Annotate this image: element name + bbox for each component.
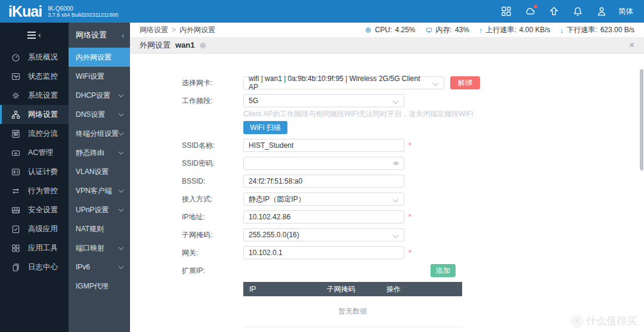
tab-wan1[interactable]: wan1: [175, 41, 195, 49]
cloud-message-icon[interactable]: [524, 5, 536, 17]
sidebar-collapse-toggle[interactable]: ‹: [0, 23, 69, 48]
wan-tab-bar: 外网设置 wan1 ⊕ ×: [130, 37, 644, 54]
breadcrumb-root[interactable]: 网络设置: [140, 26, 168, 34]
sidebar-item-label: 网络设置: [28, 110, 58, 120]
sidebar-item-advanced-apps[interactable]: 高级应用: [0, 219, 69, 238]
ikuai-admin-app: iKuai IK-Q6000 3.7.8 x64 Build2023112118…: [0, 0, 644, 332]
sidebar-item-label: 高级应用: [28, 224, 58, 234]
submenu-item-terminal-group[interactable]: 终端分组设置: [69, 124, 130, 143]
vertical-scrollbar[interactable]: [640, 69, 643, 188]
uplink-stat: ↑ 上行速率:4.00 KB/s: [479, 25, 550, 35]
sidebar-item-auth-billing[interactable]: 认证计费: [0, 162, 69, 181]
unbind-button[interactable]: 解绑: [450, 76, 480, 89]
gateway-input[interactable]: [243, 246, 404, 259]
scrollbar-thumb[interactable]: [640, 69, 643, 170]
monitor-wave-icon: [11, 72, 21, 82]
language-switch[interactable]: 简体: [618, 7, 633, 17]
sidebar-item-app-tools[interactable]: 应用工具: [0, 238, 69, 257]
eye-icon[interactable]: [392, 159, 400, 167]
breadcrumb: 网络设置>内外网设置: [140, 25, 215, 35]
sidebar-item-label: 流控分流: [28, 129, 58, 139]
ssid-password-input[interactable]: [243, 157, 404, 170]
sidebar-item-behavior-control[interactable]: 行为管控: [0, 181, 69, 200]
chevron-down-icon: [119, 187, 123, 192]
submenu-collapse-icon[interactable]: ‹: [122, 31, 124, 40]
sidebar-item-network-settings[interactable]: 网络设置: [0, 105, 69, 124]
submenu-item-wan-lan[interactable]: 内外网设置: [69, 48, 130, 67]
submenu-item-vlan[interactable]: VLAN设置: [69, 162, 130, 181]
submenu-item-nat-rules[interactable]: NAT规则: [69, 219, 130, 238]
submenu-item-vpn-client[interactable]: VPN客户端: [69, 181, 130, 200]
watermark-text: 什么值得买: [586, 314, 637, 328]
submenu-item-upnp[interactable]: UPnP设置: [69, 200, 130, 219]
bssid-label: BSSID:: [182, 177, 243, 185]
chevron-down-icon: [119, 263, 123, 268]
col-mask: 子网掩码: [327, 284, 386, 294]
chevron-down-icon: [119, 244, 123, 249]
upgrade-icon[interactable]: [548, 5, 560, 17]
ssid-input[interactable]: [243, 139, 404, 152]
nic-row: 选择网卡: wifi | wan1 | 0a:9b:4b:10:9f:95 | …: [130, 76, 644, 89]
gateway-row: 网关: *: [130, 246, 644, 259]
ext-ip-label: 扩展IP:: [182, 266, 243, 276]
submenu-item-wifi[interactable]: WiFi设置: [69, 67, 130, 86]
main-content: 网络设置>内外网设置 CPU:4.25% 内存:43% ↑ 上行速率:4.00 …: [130, 23, 644, 332]
firewall-icon: [11, 205, 21, 215]
topbar-icons: [500, 5, 608, 17]
sidebar-item-log-center[interactable]: 日志中心: [0, 257, 69, 277]
submenu-item-static-route[interactable]: 静态路由: [69, 143, 130, 162]
firmware-build: 3.7.8 x64 Build202311211800: [48, 12, 118, 18]
col-ip: IP: [243, 285, 327, 293]
sidebar-item-ac-management[interactable]: AC管理: [0, 143, 69, 162]
apps-icon[interactable]: [500, 5, 512, 17]
network-submenu: 网络设置 ‹ 内外网设置 WiFi设置 DHCP设置 DNS设置 终端分组设置 …: [69, 23, 130, 332]
submenu-item-port-mapping[interactable]: 端口映射: [69, 238, 130, 257]
downlink-value: 623.00 B/s: [600, 26, 634, 34]
add-wan-icon[interactable]: ⊕: [200, 41, 207, 50]
sidebar-item-security-settings[interactable]: 安全设置: [0, 200, 69, 219]
model-name: IK-Q6000: [48, 5, 118, 12]
required-marker: *: [408, 213, 411, 221]
nic-select[interactable]: wifi | wan1 | 0a:9b:4b:10:9f:95 | Wirele…: [243, 76, 444, 89]
user-icon[interactable]: [596, 5, 608, 17]
topbar: iKuai IK-Q6000 3.7.8 x64 Build2023112118…: [0, 0, 644, 23]
required-marker: *: [408, 249, 411, 257]
notification-badge: [534, 5, 537, 8]
brand-logo: iKuai: [8, 0, 42, 23]
gauge-icon: [11, 52, 21, 63]
chevron-down-icon: [119, 130, 123, 135]
ip-input[interactable]: [243, 210, 404, 224]
swap-arrows-icon: [11, 186, 21, 196]
submenu-item-dns[interactable]: DNS设置: [69, 105, 130, 124]
sidebar-item-system-overview[interactable]: 系统概况: [0, 48, 69, 67]
band-select[interactable]: 5G: [243, 94, 404, 107]
system-stats: CPU:4.25% 内存:43% ↑ 上行速率:4.00 KB/s ↓ 下行速率…: [364, 25, 634, 35]
collapse-arrow-icon: ‹: [38, 32, 41, 38]
wifi-scan-button[interactable]: WiFi 扫描: [243, 121, 287, 134]
watermark-logo: 值: [571, 315, 583, 327]
mask-label: 子网掩码:: [182, 230, 243, 240]
password-label: SSID密码:: [182, 159, 243, 169]
submenu-header: 网络设置 ‹: [69, 23, 130, 48]
close-icon[interactable]: ×: [629, 41, 634, 50]
sidebar-item-system-settings[interactable]: 系统设置: [0, 86, 69, 105]
info-bar: 网络设置>内外网设置 CPU:4.25% 内存:43% ↑ 上行速率:4.00 …: [130, 23, 644, 37]
submenu-item-dhcp[interactable]: DHCP设置: [69, 86, 130, 105]
bssid-input[interactable]: [243, 175, 404, 188]
downlink-stat: ↓ 下行速率:623.00 B/s: [560, 25, 634, 35]
chevron-down-icon: [119, 149, 123, 154]
bell-icon[interactable]: [572, 5, 584, 17]
empty-table-message: 暂无数据: [243, 296, 462, 327]
submenu-item-ipv6[interactable]: IPv6: [69, 257, 130, 277]
memory-value: 43%: [455, 26, 469, 34]
sidebar-item-label: 日志中心: [28, 262, 58, 272]
breadcrumb-current: 内外网设置: [179, 26, 215, 34]
sidebar-item-label: 安全设置: [28, 205, 58, 215]
sidebar-item-status-monitor[interactable]: 状态监控: [0, 67, 69, 86]
sidebar-item-flow-control[interactable]: 流控分流: [0, 124, 69, 143]
add-ext-ip-button[interactable]: 添加: [431, 264, 456, 277]
submenu-item-igmp-proxy[interactable]: IGMP代理: [69, 277, 130, 296]
access-mode-select[interactable]: 静态IP（固定IP）: [243, 193, 404, 206]
mask-select[interactable]: 255.255.0.0(16): [243, 228, 404, 241]
mask-row: 子网掩码: 255.255.0.0(16): [130, 228, 644, 241]
